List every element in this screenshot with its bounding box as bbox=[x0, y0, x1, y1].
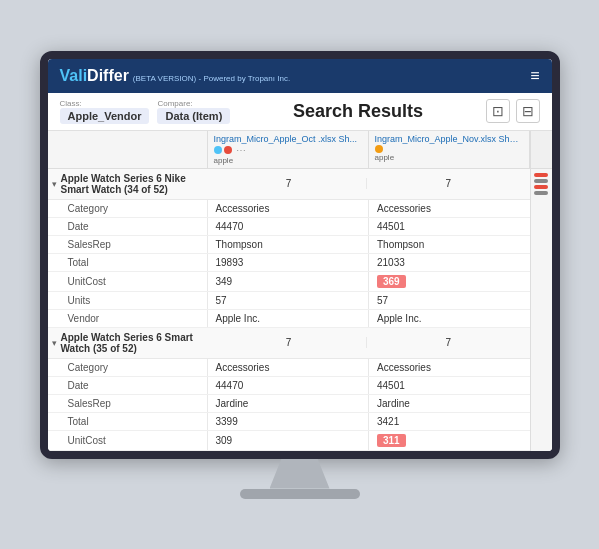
compare-value[interactable]: Data (Item) bbox=[157, 108, 230, 124]
main-table: ▾Apple Watch Series 6 Nike Smart Watch (… bbox=[48, 169, 530, 451]
row-val2: 21033 bbox=[369, 254, 530, 271]
class-value[interactable]: Apple_Vendor bbox=[60, 108, 150, 124]
group-col2-val: 7 bbox=[371, 337, 526, 348]
group-title: Apple Watch Series 6 Smart Watch (35 of … bbox=[61, 332, 208, 354]
row-label: SalesRep bbox=[48, 395, 208, 412]
row-val2: Thompson bbox=[369, 236, 530, 253]
app-container: ValiDiffer (BETA VERSION) - Powered by T… bbox=[48, 59, 552, 451]
column-headers: Ingram_Micro_Apple_Oct .xlsx Sh... ⋯ app… bbox=[48, 131, 552, 169]
row-label: UnitCost bbox=[48, 272, 208, 291]
row-val1: 57 bbox=[208, 292, 370, 309]
table-row: UnitCost309311 bbox=[48, 431, 530, 451]
table-row: SalesRepJardineJardine bbox=[48, 395, 530, 413]
file1-icons: ⋯ bbox=[214, 145, 362, 156]
row-label: Category bbox=[48, 200, 208, 217]
row-val1: Accessories bbox=[208, 359, 370, 376]
row-val2: Apple Inc. bbox=[369, 310, 530, 327]
table-row: CategoryAccessoriesAccessories bbox=[48, 200, 530, 218]
search-results-title: Search Results bbox=[242, 101, 473, 122]
row-val2: Accessories bbox=[369, 359, 530, 376]
row-val1: 44470 bbox=[208, 377, 370, 394]
row-val2: Jardine bbox=[369, 395, 530, 412]
row-val2: Accessories bbox=[369, 200, 530, 217]
monitor-screen: ValiDiffer (BETA VERSION) - Powered by T… bbox=[40, 51, 560, 459]
file2-icons bbox=[375, 145, 523, 153]
row-label: Date bbox=[48, 218, 208, 235]
row-val2: 57 bbox=[369, 292, 530, 309]
highlight-val: 369 bbox=[377, 275, 406, 288]
table-row: Total33993421 bbox=[48, 413, 530, 431]
group-col2-val: 7 bbox=[371, 178, 526, 189]
highlight-val: 311 bbox=[377, 434, 406, 447]
table-row: Date4447044501 bbox=[48, 218, 530, 236]
toolbar: Class: Apple_Vendor Compare: Data (Item)… bbox=[48, 93, 552, 131]
class-compare-section: Class: Apple_Vendor Compare: Data (Item) bbox=[60, 99, 231, 124]
row-val2: 44501 bbox=[369, 218, 530, 235]
row-val1: Thompson bbox=[208, 236, 370, 253]
table-row: UnitCost349369 bbox=[48, 272, 530, 292]
table-row: CategoryAccessoriesAccessories bbox=[48, 359, 530, 377]
table-row: VendorApple Inc.Apple Inc. bbox=[48, 310, 530, 328]
hamburger-menu[interactable]: ≡ bbox=[530, 67, 539, 85]
app-header: ValiDiffer (BETA VERSION) - Powered by T… bbox=[48, 59, 552, 93]
scroll-sidebar[interactable] bbox=[530, 169, 552, 451]
logo-differ: Differ bbox=[87, 67, 129, 84]
row-val1: 349 bbox=[208, 272, 370, 291]
table-row: SalesRepThompsonThompson bbox=[48, 236, 530, 254]
row-val1: Accessories bbox=[208, 200, 370, 217]
file2-name: Ingram_Micro_Apple_Nov.xlsx Sheet1 1 bbox=[375, 134, 523, 144]
group-header-1[interactable]: ▾Apple Watch Series 6 Smart Watch (35 of… bbox=[48, 328, 530, 359]
app-logo: ValiDiffer (BETA VERSION) - Powered by T… bbox=[60, 67, 291, 85]
monitor-base bbox=[240, 489, 360, 499]
scroll-col-header bbox=[530, 131, 552, 168]
row-val2: 44501 bbox=[369, 377, 530, 394]
logo-text: ValiDiffer bbox=[60, 67, 129, 85]
row-val2: 3421 bbox=[369, 413, 530, 430]
row-label: Category bbox=[48, 359, 208, 376]
logo-beta: (BETA VERSION) - Powered by Tropanı Inc. bbox=[133, 74, 290, 83]
group-col1-val: 7 bbox=[211, 178, 367, 189]
row-label: Units bbox=[48, 292, 208, 309]
screenshot-icon-btn[interactable]: ⊡ bbox=[486, 99, 510, 123]
col-file1-header: Ingram_Micro_Apple_Oct .xlsx Sh... ⋯ app… bbox=[208, 131, 369, 168]
row-label: SalesRep bbox=[48, 236, 208, 253]
col-file2-header: Ingram_Micro_Apple_Nov.xlsx Sheet1 1 app… bbox=[369, 131, 530, 168]
table-row: Units5757 bbox=[48, 292, 530, 310]
row-val2: 311 bbox=[369, 431, 530, 450]
scroll-mark-2 bbox=[534, 191, 548, 195]
table-row: Total1989321033 bbox=[48, 254, 530, 272]
compare-label: Compare: bbox=[157, 99, 230, 108]
dot-orange-icon bbox=[375, 145, 383, 153]
row-val1: 3399 bbox=[208, 413, 370, 430]
row-label: Vendor bbox=[48, 310, 208, 327]
filter-icon-btn[interactable]: ⊟ bbox=[516, 99, 540, 123]
row-label: Date bbox=[48, 377, 208, 394]
dot-red-icon bbox=[224, 146, 232, 154]
row-label: Total bbox=[48, 413, 208, 430]
scroll-mark-1 bbox=[534, 179, 548, 183]
scroll-mark-red-2 bbox=[534, 185, 548, 189]
group-title: Apple Watch Series 6 Nike Smart Watch (3… bbox=[61, 173, 208, 195]
main-content: ▾Apple Watch Series 6 Nike Smart Watch (… bbox=[48, 169, 552, 451]
row-val2: 369 bbox=[369, 272, 530, 291]
file1-name: Ingram_Micro_Apple_Oct .xlsx Sh... bbox=[214, 134, 362, 144]
class-label: Class: bbox=[60, 99, 150, 108]
chevron-icon[interactable]: ▾ bbox=[52, 179, 57, 189]
group-col1-val: 7 bbox=[211, 337, 367, 348]
toolbar-icons: ⊡ ⊟ bbox=[486, 99, 540, 123]
row-label: UnitCost bbox=[48, 431, 208, 450]
row-val1: 44470 bbox=[208, 218, 370, 235]
row-val1: Apple Inc. bbox=[208, 310, 370, 327]
chevron-icon[interactable]: ▾ bbox=[52, 338, 57, 348]
col-label-header bbox=[48, 131, 208, 168]
monitor-stand bbox=[270, 459, 330, 489]
table-row: Date4447044501 bbox=[48, 377, 530, 395]
group-header-0[interactable]: ▾Apple Watch Series 6 Nike Smart Watch (… bbox=[48, 169, 530, 200]
row-val1: Jardine bbox=[208, 395, 370, 412]
row-val1: 19893 bbox=[208, 254, 370, 271]
row-label: Total bbox=[48, 254, 208, 271]
scroll-mark-red-1 bbox=[534, 173, 548, 177]
dot-blue-icon bbox=[214, 146, 222, 154]
file1-sub: apple bbox=[214, 156, 362, 165]
file2-sub: apple bbox=[375, 153, 523, 162]
